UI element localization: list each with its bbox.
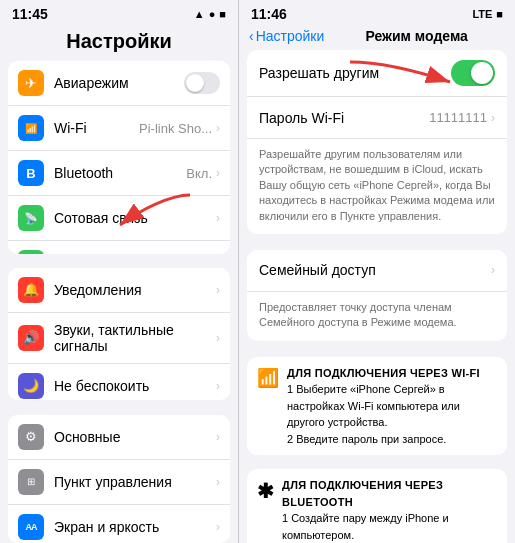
connect-bluetooth-section: ✱ ДЛЯ ПОДКЛЮЧЕНИЯ ЧЕРЕЗ BLUETOOTH 1 Созд… [247, 469, 507, 543]
wifi-password-item[interactable]: Пароль Wi-Fi 11111111 › [247, 97, 507, 139]
settings-list-2: 🔔 Уведомления › 🔊 Звуки, тактильные сигн… [8, 268, 230, 401]
back-chevron-icon: ‹ [249, 28, 254, 44]
display-label: Экран и яркость [54, 519, 216, 535]
battery-right-icon: ■ [496, 8, 503, 20]
sounds-icon: 🔊 [18, 325, 44, 351]
notifications-label: Уведомления [54, 282, 216, 298]
family-sharing-chevron: › [491, 263, 495, 277]
wifi-password-value: 11111111 [429, 110, 487, 125]
wifi-chevron: › [216, 121, 220, 135]
connect-wifi-step2: 2 Введите пароль при запросе. [287, 433, 446, 445]
allow-others-item[interactable]: Разрешать другим [247, 50, 507, 97]
cellular-label: Сотовая связь [54, 210, 216, 226]
back-label: Настройки [256, 28, 325, 44]
family-sharing-label: Семейный доступ [259, 262, 491, 278]
sidebar-item-control-center[interactable]: ⊞ Пункт управления › [8, 460, 230, 505]
wifi-password-chevron: › [491, 111, 495, 125]
dnd-icon: 🌙 [18, 373, 44, 399]
general-chevron: › [216, 430, 220, 444]
wifi-password-label: Пароль Wi-Fi [259, 110, 429, 126]
airplane-label: Авиарежим [54, 75, 184, 91]
connect-wifi-box: 📶 ДЛЯ ПОДКЛЮЧЕНИЯ ЧЕРЕЗ WI-FI 1 Выберите… [247, 357, 507, 456]
sidebar-item-airplane[interactable]: ✈ Авиарежим [8, 61, 230, 106]
bluetooth-icon: B [18, 160, 44, 186]
general-icon: ⚙ [18, 424, 44, 450]
sidebar-item-cellular[interactable]: 📡 Сотовая связь › [8, 196, 230, 241]
right-panel: 11:46 LTE ■ ‹ Настройки Режим модема Раз… [238, 0, 515, 543]
allow-others-description: Разрешайте другим пользователям или устр… [247, 139, 507, 234]
right-content: Разрешать другим Пароль Wi-Fi 11111111 ›… [239, 50, 515, 543]
connect-wifi-text: ДЛЯ ПОДКЛЮЧЕНИЯ ЧЕРЕЗ WI-FI 1 Выберите «… [287, 365, 497, 448]
sidebar-item-sounds[interactable]: 🔊 Звуки, тактильные сигналы › [8, 313, 230, 364]
wifi-connect-icon: 📶 [257, 367, 279, 389]
bluetooth-chevron: › [216, 166, 220, 180]
lte-icon: LTE [472, 8, 492, 20]
cellular-chevron: › [216, 211, 220, 225]
sidebar-item-general[interactable]: ⚙ Основные › [8, 415, 230, 460]
status-bar-left: 11:45 ▲ ● ■ [0, 0, 238, 26]
bluetooth-label: Bluetooth [54, 165, 186, 181]
family-sharing-section: Семейный доступ › Предоставляет точку до… [247, 250, 507, 341]
wifi-settings-icon: 📶 [18, 115, 44, 141]
time-left: 11:45 [12, 6, 48, 22]
bluetooth-connect-icon: ✱ [257, 479, 274, 503]
connect-bt-step1: 1 Создайте пару между iPhone и компьютер… [282, 512, 449, 541]
settings-list-3: ⚙ Основные › ⊞ Пункт управления › AA Экр… [8, 415, 230, 543]
dnd-label: Не беспокоить [54, 378, 216, 394]
connect-bluetooth-text: ДЛЯ ПОДКЛЮЧЕНИЯ ЧЕРЕЗ BLUETOOTH 1 Создай… [282, 477, 497, 543]
family-sharing-item[interactable]: Семейный доступ › [247, 250, 507, 292]
right-nav: ‹ Настройки Режим модема [239, 26, 515, 50]
status-icons-right: LTE ■ [472, 8, 503, 20]
connect-bluetooth-box: ✱ ДЛЯ ПОДКЛЮЧЕНИЯ ЧЕРЕЗ BLUETOOTH 1 Созд… [247, 469, 507, 543]
allow-others-label: Разрешать другим [259, 65, 451, 81]
sidebar-item-notifications[interactable]: 🔔 Уведомления › [8, 268, 230, 313]
sidebar-item-bluetooth[interactable]: B Bluetooth Вкл. › [8, 151, 230, 196]
cellular-icon: 📡 [18, 205, 44, 231]
signal-icon: ▲ [194, 8, 205, 20]
sidebar-item-hotspot[interactable]: ⊕ Режим модема Выкл. › [8, 241, 230, 254]
general-label: Основные [54, 429, 216, 445]
bluetooth-value: Вкл. [186, 166, 212, 181]
control-center-label: Пункт управления [54, 474, 216, 490]
allow-others-section: Разрешать другим Пароль Wi-Fi 11111111 ›… [247, 50, 507, 234]
connect-wifi-header: ДЛЯ ПОДКЛЮЧЕНИЯ ЧЕРЕЗ WI-FI [287, 367, 480, 379]
sidebar-item-wifi[interactable]: 📶 Wi-Fi Pi-link Sho... › [8, 106, 230, 151]
allow-others-toggle[interactable] [451, 60, 495, 86]
left-panel: 11:45 ▲ ● ■ Настройки ✈ Авиарежим 📶 Wi- [0, 0, 238, 543]
sidebar-item-dnd[interactable]: 🌙 Не беспокоить › [8, 364, 230, 401]
page-title: Режим модема [365, 28, 467, 44]
settings-title: Настройки [0, 26, 238, 61]
wifi-label: Wi-Fi [54, 120, 139, 136]
status-icons-left: ▲ ● ■ [194, 8, 226, 20]
connect-bluetooth-header: ДЛЯ ПОДКЛЮЧЕНИЯ ЧЕРЕЗ BLUETOOTH [282, 479, 443, 508]
connect-wifi-step1: 1 Выберите «iPhone Сергей» в настройках … [287, 383, 460, 428]
display-icon: AA [18, 514, 44, 540]
display-chevron: › [216, 520, 220, 534]
battery-icon: ■ [219, 8, 226, 20]
notifications-chevron: › [216, 283, 220, 297]
sidebar-item-display[interactable]: AA Экран и яркость › [8, 505, 230, 543]
dnd-chevron: › [216, 379, 220, 393]
wifi-icon: ● [209, 8, 216, 20]
back-button[interactable]: ‹ Настройки [249, 28, 324, 44]
sounds-chevron: › [216, 331, 220, 345]
status-bar-right: 11:46 LTE ■ [239, 0, 515, 26]
time-right: 11:46 [251, 6, 287, 22]
airplane-icon: ✈ [18, 70, 44, 96]
notifications-icon: 🔔 [18, 277, 44, 303]
control-center-chevron: › [216, 475, 220, 489]
control-center-icon: ⊞ [18, 469, 44, 495]
sounds-label: Звуки, тактильные сигналы [54, 322, 216, 354]
settings-list-1: ✈ Авиарежим 📶 Wi-Fi Pi-link Sho... › B B… [8, 61, 230, 254]
airplane-toggle[interactable] [184, 72, 220, 94]
wifi-value: Pi-link Sho... [139, 121, 212, 136]
family-sharing-description: Предоставляет точку доступа членам Семей… [247, 292, 507, 341]
connect-wifi-section: 📶 ДЛЯ ПОДКЛЮЧЕНИЯ ЧЕРЕЗ WI-FI 1 Выберите… [247, 357, 507, 456]
